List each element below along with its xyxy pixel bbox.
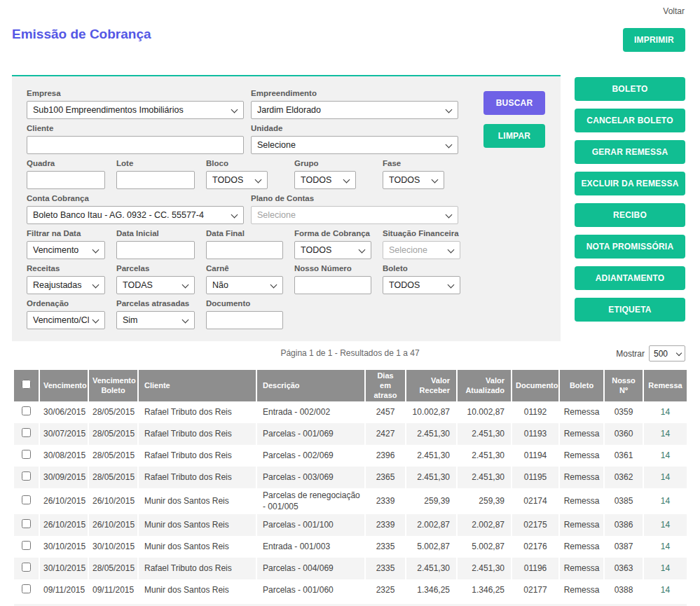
row-checkbox[interactable] — [22, 428, 31, 437]
boleto-button[interactable]: BOLETO — [575, 77, 685, 101]
cell-boleto: Remessa — [559, 423, 604, 445]
row-checkbox[interactable] — [22, 450, 31, 459]
cell-cliente: Munir dos Santos Reis — [138, 488, 256, 514]
cell-vencimento: 30/06/2015 — [39, 401, 88, 423]
select-all-checkbox[interactable] — [22, 380, 31, 389]
cancelar-boleto-button[interactable]: CANCELAR BOLETO — [575, 109, 685, 132]
carne-label: Carnê — [206, 264, 283, 275]
carne-select[interactable]: Não — [206, 276, 283, 294]
cell-vencimento_boleto: 28/05/2015 — [88, 445, 138, 467]
cell-boleto: Remessa — [559, 514, 604, 536]
empreendimento-select[interactable]: Jardim Eldorado — [251, 101, 458, 119]
forma-de-cobranca-select[interactable]: TODOS — [294, 241, 371, 259]
plano-de-contas-label: Plano de Contas — [251, 194, 458, 205]
row-checkbox[interactable] — [22, 541, 31, 550]
cell-descricao: Parcelas - 003/069 — [256, 467, 365, 488]
chevron-down-icon — [343, 177, 350, 184]
nota-promissoria-button[interactable]: NOTA PROMISSÓRIA — [575, 235, 685, 259]
cell-vencimento_boleto: 28/05/2015 — [88, 467, 138, 488]
table-row: 30/06/201528/05/2015Rafael Tributo dos R… — [14, 401, 687, 423]
row-checkbox[interactable] — [22, 563, 31, 572]
table-row: 26/10/201526/10/2015Munir dos Santos Rei… — [14, 488, 687, 514]
chevron-down-icon — [231, 106, 238, 113]
table-row: 26/10/201526/10/2015Munir dos Santos Rei… — [14, 514, 687, 536]
chevron-down-icon — [270, 282, 277, 289]
parcelas-atrasadas-select[interactable]: Sim — [116, 311, 195, 329]
cell-boleto: Remessa — [559, 401, 604, 423]
excluir-da-remessa-button[interactable]: EXCLUIR DA REMESSA — [575, 172, 685, 195]
data-final-field: Data Final — [206, 229, 283, 259]
table-body: 30/06/201528/05/2015Rafael Tributo dos R… — [14, 401, 687, 601]
adiantamento-button[interactable]: ADIANTAMENTO — [575, 266, 685, 290]
receitas-label: Receitas — [27, 264, 105, 275]
fase-select[interactable]: TODOS — [383, 171, 444, 189]
bloco-select[interactable]: TODOS — [206, 171, 268, 189]
receitas-field: Receitas Reajustadas — [27, 264, 105, 294]
documento-input[interactable] — [206, 311, 283, 329]
conta-cobranca-select[interactable]: Boleto Banco Itau - AG. 0932 - CC. 55577… — [27, 206, 244, 224]
empresa-label: Empresa — [27, 89, 244, 99]
receitas-select[interactable]: Reajustadas — [27, 276, 105, 294]
buscar-button[interactable]: BUSCAR — [483, 91, 545, 115]
cell-vencimento: 30/10/2015 — [39, 536, 88, 558]
cell-remessa: 14 — [643, 423, 687, 445]
situacao-financeira-select[interactable]: Selecione — [383, 241, 460, 259]
cell-dias_em_atraso: 2339 — [365, 488, 406, 514]
plano-de-contas-select[interactable]: Selecione — [251, 206, 458, 224]
chevron-down-icon — [432, 177, 439, 184]
col-valor-receber: Valor Receber — [406, 370, 457, 401]
data-inicial-field: Data Inicial — [116, 229, 195, 259]
gerar-remessa-button[interactable]: GERAR REMESSA — [575, 140, 685, 164]
situacao-financeira-label: Situação Financeira — [383, 229, 460, 240]
cell-descricao: Entrada - 001/003 — [256, 536, 365, 558]
cell-cliente: Rafael Tributo dos Reis — [138, 445, 256, 467]
row-checkbox[interactable] — [22, 584, 31, 593]
conta-cobranca-field: Conta Cobrança Boleto Banco Itau - AG. 0… — [27, 194, 244, 224]
cell-dias_em_atraso: 2457 — [365, 401, 406, 423]
boleto-select[interactable]: TODOS — [383, 276, 460, 294]
unidade-select[interactable]: Selecione — [251, 136, 458, 154]
conta-cobranca-label: Conta Cobrança — [27, 194, 244, 205]
nosso-numero-input[interactable] — [294, 276, 371, 294]
cell-boleto: Remessa — [559, 445, 604, 467]
cell-vencimento_boleto: 28/05/2015 — [88, 401, 138, 423]
grupo-select[interactable]: TODOS — [294, 171, 356, 189]
cell-remessa: 14 — [643, 401, 687, 423]
lote-input[interactable] — [116, 171, 195, 189]
row-checkbox[interactable] — [22, 406, 31, 415]
cell-vencimento: 30/08/2015 — [39, 445, 88, 467]
recibo-button[interactable]: RECIBO — [575, 203, 685, 227]
data-final-input[interactable] — [206, 241, 283, 259]
print-button[interactable]: IMPRIMIR — [623, 28, 685, 52]
cell-boleto: Remessa — [559, 558, 604, 579]
cell-vencimento: 26/10/2015 — [39, 488, 88, 514]
back-link[interactable]: Voltar — [663, 6, 685, 16]
parcelas-select[interactable]: TODAS — [116, 276, 195, 294]
empreendimento-field: Empreendimento Jardim Eldorado — [251, 89, 458, 119]
row-checkbox[interactable] — [22, 471, 31, 481]
situacao-financeira-field: Situação Financeira Selecione — [383, 229, 460, 259]
ordenacao-label: Ordenação — [27, 299, 105, 310]
col-boleto: Boleto — [559, 370, 604, 401]
filtrar-na-data-select[interactable]: Vencimento — [27, 241, 105, 259]
cell-nosso_numero: 0386 — [604, 514, 643, 536]
quadra-input[interactable] — [27, 171, 105, 189]
chevron-down-icon — [448, 282, 455, 289]
row-checkbox[interactable] — [22, 519, 31, 528]
cliente-input[interactable] — [27, 136, 244, 154]
chevron-down-icon — [182, 282, 189, 289]
filtrar-na-data-field: Filtrar na Data Vencimento — [27, 229, 105, 259]
cell-documento: 01193 — [512, 423, 559, 445]
parcelas-atrasadas-label: Parcelas atrasadas — [116, 299, 195, 310]
row-checkbox-cell — [14, 536, 39, 558]
row-checkbox[interactable] — [22, 495, 31, 504]
data-inicial-input[interactable] — [116, 241, 195, 259]
col-valor-atualizado: Valor Atualizado — [457, 370, 512, 401]
chevron-down-icon — [92, 282, 99, 289]
limpar-button[interactable]: LIMPAR — [483, 124, 545, 148]
cell-dias_em_atraso: 2427 — [365, 423, 406, 445]
empresa-select[interactable]: Sub100 Empreendimentos Imobiliários — [27, 101, 244, 119]
ordenacao-select[interactable]: Vencimento/Clier — [27, 311, 105, 329]
page-size-select[interactable]: 500 — [649, 345, 685, 361]
etiqueta-button[interactable]: ETIQUETA — [575, 298, 685, 322]
